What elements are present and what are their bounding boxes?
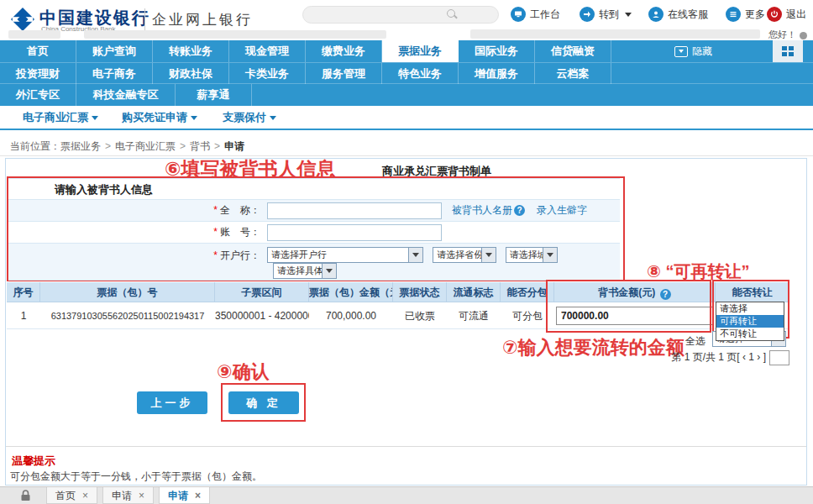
nav-item-featured[interactable]: 特色业务	[382, 63, 459, 85]
col-amount: 票据（包）金额（元）	[309, 282, 393, 302]
nav-item-credit[interactable]: 信贷融资	[535, 40, 611, 62]
close-icon[interactable]	[82, 491, 88, 501]
annotation-step8: ⑧ “可再转让”	[647, 260, 750, 283]
tips-divider	[6, 446, 806, 447]
more-icon	[726, 7, 741, 22]
nav-item-international[interactable]: 国际业务	[459, 40, 535, 62]
cell-bill-no: 631379103055620250115002194317	[40, 302, 215, 329]
form-row-name: *全 称： 被背书人名册 录入生僻字	[8, 200, 620, 222]
help-icon[interactable]	[660, 289, 671, 300]
subnav-check-guarantee[interactable]: 支票保付	[223, 106, 276, 129]
workbench-button[interactable]: 工作台	[511, 7, 560, 22]
nav-item-investment[interactable]: 投资理财	[0, 63, 76, 85]
bill-table: 序号 票据（包）号 子票区间 票据（包）金额（元） 票据状态 流通标志 能否分包…	[7, 282, 789, 329]
bank-label: *开户行：	[8, 244, 267, 263]
nav-item-value-added[interactable]: 增值服务	[459, 63, 535, 85]
previous-step-button[interactable]: 上一步	[137, 391, 207, 414]
search-icon[interactable]	[447, 9, 457, 19]
col-splittable: 能否分包	[501, 282, 554, 302]
col-sub-range: 子票区间	[215, 282, 309, 302]
endorsee-name-field[interactable]	[267, 202, 442, 219]
close-icon[interactable]	[195, 491, 201, 501]
online-service-button[interactable]: 在线客服	[648, 7, 708, 22]
cell-status: 已收票	[393, 302, 447, 329]
close-icon[interactable]	[139, 491, 144, 501]
subnav-voucher-purchase[interactable]: 购买凭证申请	[122, 106, 197, 129]
hide-menu-button[interactable]: 隐藏	[674, 40, 712, 62]
endorsee-roster-link[interactable]: 被背书人名册	[452, 203, 512, 218]
nav-item-cards[interactable]: 卡类业务	[229, 63, 306, 85]
form-title: 请输入被背书人信息	[8, 179, 153, 200]
confirm-button[interactable]: 确 定	[228, 391, 299, 414]
name-label: *全 称：	[8, 203, 267, 218]
select-arrow-icon	[481, 248, 496, 262]
nav-item-ecommerce[interactable]: 电子商务	[76, 63, 153, 85]
ccb-logo	[10, 7, 35, 32]
nav-item-cloud-archive[interactable]: 云档案	[535, 63, 611, 85]
account-label: *账 号：	[8, 225, 267, 239]
subnav-ecommercial-draft[interactable]: 电子商业汇票	[23, 106, 98, 129]
cell-splittable: 可分包	[501, 302, 554, 329]
option-please-select[interactable]: 请选择	[716, 302, 784, 315]
task-tab-apply-1[interactable]: 申请	[102, 487, 154, 504]
search-input[interactable]	[302, 6, 499, 24]
cell-amount: 700,000.00	[309, 302, 393, 329]
customer-service-icon	[648, 7, 664, 22]
nav-item-account-query[interactable]: 账户查询	[76, 40, 153, 62]
option-transferable[interactable]: 可再转让	[716, 315, 784, 328]
col-status: 票据状态	[393, 282, 447, 302]
col-bill-no: 票据（包）号	[40, 282, 215, 302]
chevron-down-icon	[92, 116, 98, 120]
cell-circulation: 可流通	[447, 302, 501, 329]
nav-item-payment[interactable]: 缴费业务	[306, 40, 382, 62]
crumb-draft[interactable]: 电子商业汇票	[115, 140, 176, 152]
nav-row-3: 外汇专区科技金融专区薪享通	[0, 84, 813, 106]
redacted-area	[84, 30, 386, 39]
hide-label: 隐藏	[692, 45, 712, 59]
nav-item-salary[interactable]: 薪享通	[176, 84, 252, 106]
page-jump-input[interactable]	[769, 350, 789, 365]
task-tab-home[interactable]: 首页	[46, 487, 97, 504]
endorse-amount-input[interactable]	[556, 307, 714, 325]
col-transferable: 能否转让	[716, 282, 789, 302]
chevron-down-icon	[270, 116, 276, 120]
redacted-area	[8, 30, 60, 39]
annotation-step9: ⑨确认	[217, 360, 270, 385]
pagination[interactable]: 第 1 页/共 1 页[ ‹ 1 › ]	[507, 350, 789, 365]
nav-item-service-mgmt[interactable]: 服务管理	[306, 63, 382, 85]
col-endorse-amount: 背书金额(元)	[554, 282, 716, 302]
crumb-bills[interactable]: 票据业务	[60, 140, 101, 152]
grid-menu-button[interactable]	[773, 40, 803, 62]
nav-item-fiscal-social[interactable]: 财政社保	[153, 63, 229, 85]
nav-item-transfer[interactable]: 转账业务	[153, 40, 229, 62]
task-tab-apply-2-active[interactable]: 申请	[159, 487, 210, 504]
nav-item-home[interactable]: 首页	[0, 40, 76, 62]
greeting: 您好！	[768, 29, 807, 41]
logout-label: 退出	[786, 8, 806, 22]
rare-char-link[interactable]: 录入生僻字	[537, 203, 587, 218]
branch-select[interactable]: 请选择具体网点	[273, 263, 337, 279]
province-select[interactable]: 请选择省份	[433, 247, 496, 263]
city-select[interactable]: 请选择城市	[506, 247, 558, 263]
endorsee-account-field[interactable]	[267, 224, 442, 241]
select-arrow-icon	[322, 264, 336, 278]
goto-button[interactable]: 转到	[580, 7, 632, 22]
nav-item-cash-mgmt[interactable]: 现金管理	[229, 40, 306, 62]
crumb-endorse[interactable]: 背书	[190, 140, 210, 152]
online-service-label: 在线客服	[668, 8, 708, 22]
bank-select[interactable]: 请选择开户行	[267, 247, 423, 263]
nav-item-tech-finance[interactable]: 科技金融专区	[76, 84, 176, 106]
help-icon[interactable]	[514, 205, 525, 216]
info-icon[interactable]	[800, 32, 807, 39]
lock-icon	[20, 490, 31, 504]
page-title: 商业承兑汇票背书制单	[382, 164, 491, 179]
portal-title: 企业网上银行	[152, 10, 253, 29]
option-not-transferable[interactable]: 不可转让	[716, 328, 784, 340]
more-label: 更多	[745, 8, 765, 22]
nav-item-forex[interactable]: 外汇专区	[0, 84, 76, 106]
chevron-down-icon	[625, 13, 632, 17]
workbench-label: 工作台	[530, 8, 560, 22]
nav-row-2: 投资理财电子商务财政社保卡类业务服务管理特色业务增值服务云档案	[0, 62, 813, 84]
logout-button[interactable]: 退出	[767, 7, 806, 22]
nav-item-bills-active[interactable]: 票据业务	[382, 40, 459, 62]
